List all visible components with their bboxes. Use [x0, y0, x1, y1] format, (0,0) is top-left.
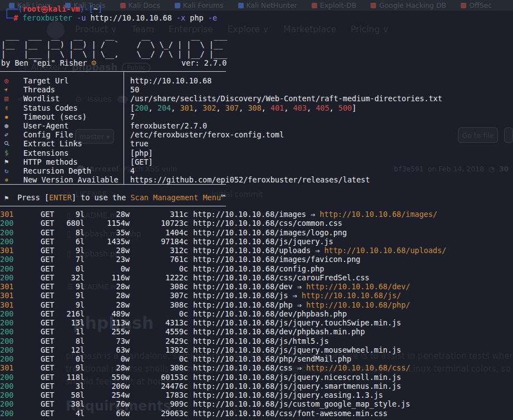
result-lines: 9l	[54, 291, 85, 300]
terminal-window[interactable]: ┌──(root㉿kali-vm)-[~] └─# feroxbuster -u…	[0, 0, 513, 420]
result-url-cell: http://10.10.10.68/js/jquery.touchSwipe.…	[193, 318, 513, 327]
party-icon: ✵	[0, 175, 23, 184]
config-row-label: Wordlist	[23, 94, 130, 103]
result-chars: 1404c	[130, 228, 188, 237]
result-chars: 311c	[130, 210, 188, 219]
result-row: 200 GET 216l 489w 0c http://10.10.10.68/…	[0, 309, 513, 318]
result-status: 301	[0, 300, 41, 309]
result-row: 200 GET 8l 35w 1404c http://10.10.10.68/…	[0, 228, 513, 237]
result-lines: 8l	[54, 337, 85, 345]
shell-command-line[interactable]: └─# feroxbuster -u http://10.10.10.68 -x…	[4, 13, 217, 22]
result-url-cell: http://10.10.10.68/js/html5.js	[193, 337, 513, 345]
result-status: 200	[0, 345, 41, 354]
result-chars: 60153c	[130, 373, 188, 382]
config-row-value: [200, 204, 301, 302, 307, 308, 401, 403,…	[130, 103, 513, 112]
result-url: http://10.10.10.68/js	[193, 291, 288, 300]
scan-config-table: ◎ Target Url http://10.10.10.68 ➤ Thread…	[0, 76, 513, 184]
result-chars: 2429c	[130, 337, 188, 345]
result-status: 200	[0, 219, 41, 228]
result-words: 28w	[85, 246, 130, 255]
result-url: http://10.10.10.68/css	[193, 363, 293, 372]
result-chars: 1783c	[130, 391, 188, 399]
command-flag: -u	[72, 13, 86, 22]
result-row: 200 GET 13l 113w 4313c http://10.10.10.6…	[0, 318, 513, 327]
result-chars: 97184c	[130, 237, 188, 246]
status-code: 307	[225, 103, 239, 112]
result-status: 200	[0, 354, 41, 363]
config-row-value: /usr/share/seclists/Discovery/Web-Conten…	[130, 94, 513, 103]
status-code: 302	[203, 103, 216, 112]
result-url: http://10.10.10.68/dev/phpbash.php	[193, 309, 347, 318]
result-words: 73w	[85, 337, 130, 345]
result-method: GET	[41, 337, 54, 345]
result-url: http://10.10.10.68/css/common.css	[193, 219, 342, 228]
config-row-value: 7	[130, 112, 513, 121]
result-method: GET	[41, 291, 54, 300]
result-method: GET	[41, 354, 54, 363]
rocket-icon: ➤	[0, 85, 23, 94]
result-words: 0w	[85, 354, 130, 363]
result-lines: 0l	[54, 264, 85, 273]
result-url: http://10.10.10.68/css/carouFredSel.css	[193, 273, 369, 282]
result-status: 200	[0, 373, 41, 382]
feroxbuster-ascii-banner: ___ ___ __ __ __ __ __ ___ |__ |__ |__) …	[1, 31, 227, 58]
result-chars: 0c	[130, 309, 188, 318]
command-argument: http://10.10.10.68	[86, 13, 171, 22]
config-row-value: /etc/feroxbuster/ferox-config.toml	[130, 130, 513, 139]
result-row: 200 GET 1l 255w 4559c http://10.10.10.68…	[0, 327, 513, 336]
target-icon: ◎	[0, 76, 23, 85]
prompt-frame: ┌──(	[4, 4, 23, 13]
ok-hand-icon: ✌	[0, 103, 23, 112]
result-method: GET	[41, 382, 54, 391]
result-status: 200	[0, 264, 41, 273]
result-lines: 58l	[54, 391, 85, 399]
result-method: GET	[41, 399, 54, 408]
shell-prompt-line1: ┌──(root㉿kali-vm)-[~]	[4, 4, 102, 13]
result-chars: 308c	[130, 282, 188, 291]
config-row: ⚲ Extract Links true	[0, 139, 513, 148]
config-row: ➤ Threads 50	[0, 85, 513, 94]
result-method: GET	[41, 300, 54, 309]
config-row-value: [GET]	[130, 157, 513, 166]
result-chars: 24476c	[130, 382, 188, 391]
config-row-label: HTTP methods	[23, 157, 130, 166]
result-url-cell: http://10.10.10.68/php/sendMail.php	[193, 354, 513, 363]
result-row: 200 GET 38l 76w 909c http://10.10.10.68/…	[0, 399, 513, 408]
result-method: GET	[41, 309, 54, 318]
result-words: 254w	[85, 391, 130, 399]
result-lines: 118l	[54, 373, 85, 382]
result-chars: 4559c	[130, 327, 188, 336]
result-status: 200	[0, 237, 41, 246]
result-url: http://10.10.10.68/js/custom_google_map_…	[193, 399, 410, 408]
result-redirect-url: http://10.10.10.68/css/	[306, 363, 410, 372]
result-chars: 308c	[130, 363, 188, 372]
result-lines: 6l	[54, 237, 85, 246]
result-url-cell: http://10.10.10.68/css ⇒ http://10.10.10…	[193, 363, 513, 372]
result-words: 28w	[85, 210, 130, 219]
status-code: 301	[180, 103, 193, 112]
result-status: 200	[0, 255, 41, 264]
result-words: 76w	[85, 399, 130, 408]
result-words: 255w	[85, 327, 130, 336]
result-words: 1154w	[85, 219, 130, 228]
result-words: 206w	[85, 382, 130, 391]
redirect-arrow-icon: ⇒	[293, 300, 306, 309]
result-row: 200 GET 6l 1435w 97184c http://10.10.10.…	[0, 237, 513, 246]
result-lines: 32l	[54, 273, 85, 282]
result-chars: 0c	[130, 354, 188, 363]
config-row: ◎ Target Url http://10.10.10.68	[0, 76, 513, 85]
redirect-arrow-icon: ⇒	[310, 246, 324, 255]
result-method: GET	[41, 409, 54, 418]
enter-key-label: ENTER	[49, 193, 72, 202]
config-row-label: Config File	[23, 130, 130, 139]
dollar-icon: $	[0, 149, 23, 157]
result-chars: 761c	[130, 255, 188, 264]
config-row-value: http://10.10.10.68	[130, 76, 513, 85]
flag-icon: ⚑	[0, 157, 23, 166]
flag-icon: ⚑	[0, 194, 17, 202]
result-redirect-url: http://10.10.10.68/php/	[306, 300, 410, 309]
nerd-face-emoji-icon: ☺	[92, 58, 96, 67]
config-row: ↻ Recursion Depth 4	[0, 166, 513, 175]
result-row: 200 GET 32l 116w 1222c http://10.10.10.6…	[0, 273, 513, 282]
result-row: 301 GET 9l 28w 312c http://10.10.10.68/u…	[0, 246, 513, 255]
